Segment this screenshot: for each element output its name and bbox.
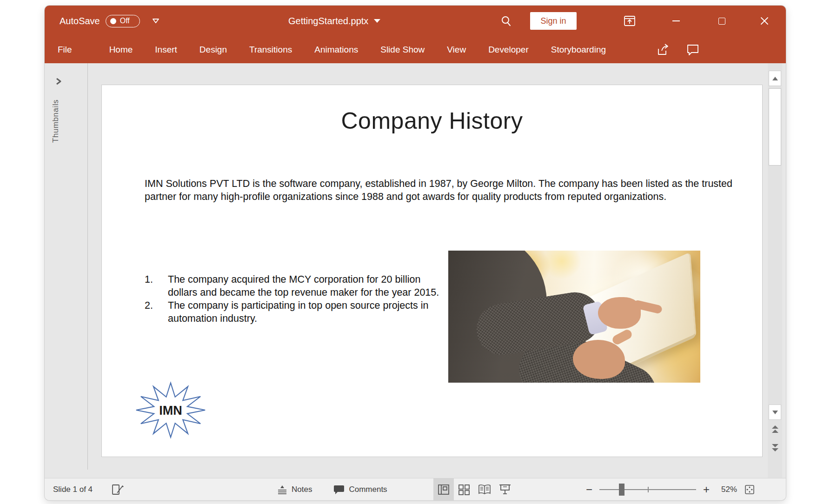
- scroll-up-button[interactable]: [769, 71, 781, 86]
- slideshow-view-button[interactable]: [495, 478, 515, 500]
- fit-slide-to-window-button[interactable]: [744, 484, 755, 495]
- zoom-slider[interactable]: [599, 484, 696, 496]
- title-dropdown-icon: [374, 19, 380, 23]
- accessibility-check-icon[interactable]: [111, 484, 125, 496]
- scrollbar-thumb[interactable]: [769, 88, 781, 166]
- comments-label: Comments: [349, 485, 387, 494]
- autosave-toggle[interactable]: Off: [106, 15, 140, 27]
- slide-photo-tablet-hands[interactable]: [448, 251, 700, 383]
- tab-design[interactable]: Design: [188, 36, 238, 63]
- slide-title[interactable]: Company History: [102, 107, 762, 134]
- view-buttons: [433, 478, 515, 500]
- autosave-group: AutoSave Off: [60, 6, 159, 36]
- tab-view[interactable]: View: [436, 36, 477, 63]
- thumbnails-divider[interactable]: [87, 63, 88, 470]
- slide-body-text[interactable]: IMN Solutions PVT LTD is the software co…: [145, 177, 745, 203]
- slide-canvas[interactable]: Company History IMN Solutions PVT LTD is…: [101, 85, 763, 457]
- vertical-scrollbar[interactable]: [768, 63, 782, 478]
- slide-indicator[interactable]: Slide 1 of 4: [53, 485, 93, 494]
- list-item-text: The company is participating in top open…: [168, 299, 443, 325]
- document-title: GettingStarted.pptx: [288, 16, 368, 27]
- list-item: 1. The company acquired the MCY corporat…: [145, 273, 452, 299]
- screenshot-canvas: AutoSave Off GettingStarted.pptx Sign in: [0, 0, 837, 504]
- expand-thumbnails-chevron-icon[interactable]: [55, 77, 62, 86]
- list-item: 2. The company is participating in top o…: [145, 299, 452, 325]
- photo-holding-hand-shape: [573, 340, 625, 379]
- close-button[interactable]: [755, 6, 774, 36]
- list-item-number: 1.: [145, 273, 168, 299]
- tab-home[interactable]: Home: [98, 36, 144, 63]
- scroll-down-button[interactable]: [769, 405, 781, 420]
- zoom-slider-handle[interactable]: [619, 484, 624, 496]
- status-bar: Slide 1 of 4 Notes Comments: [45, 478, 786, 500]
- list-item-number: 2.: [145, 299, 168, 325]
- maximize-button[interactable]: [712, 6, 731, 36]
- starburst-shape[interactable]: IMN: [134, 381, 207, 439]
- autosave-label: AutoSave: [60, 16, 100, 27]
- search-icon[interactable]: [497, 6, 515, 36]
- sign-in-button[interactable]: Sign in: [530, 12, 577, 30]
- normal-view-button[interactable]: [433, 478, 454, 500]
- zoom-controls: − + 52%: [586, 478, 755, 500]
- tab-slide-show[interactable]: Slide Show: [369, 36, 436, 63]
- quick-access-chevron-icon[interactable]: [152, 18, 159, 24]
- title-bar: AutoSave Off GettingStarted.pptx Sign in: [45, 6, 786, 36]
- powerpoint-window: AutoSave Off GettingStarted.pptx Sign in: [45, 6, 786, 500]
- comments-button[interactable]: Comments: [333, 484, 387, 495]
- previous-slide-button[interactable]: [770, 424, 780, 436]
- list-item-text: The company acquired the MCY corporation…: [168, 273, 443, 299]
- slide-sorter-button[interactable]: [454, 478, 474, 500]
- notes-label: Notes: [292, 485, 312, 494]
- tab-storyboarding[interactable]: Storyboarding: [540, 36, 617, 63]
- zoom-in-button[interactable]: +: [703, 484, 710, 495]
- tab-file[interactable]: File: [45, 36, 86, 63]
- tab-insert[interactable]: Insert: [144, 36, 188, 63]
- slide-numbered-list[interactable]: 1. The company acquired the MCY corporat…: [145, 273, 452, 325]
- ribbon-right-icons: [657, 36, 699, 63]
- autosave-toggle-dot-icon: [110, 18, 116, 24]
- zoom-slider-center-tick: [648, 487, 649, 492]
- reading-view-button[interactable]: [474, 478, 495, 500]
- ribbon-display-options-icon[interactable]: [620, 6, 639, 36]
- next-slide-button[interactable]: [770, 441, 780, 453]
- tab-developer[interactable]: Developer: [477, 36, 540, 63]
- minimize-button[interactable]: [667, 6, 685, 36]
- zoom-level[interactable]: 52%: [717, 485, 737, 494]
- starburst-label: IMN: [134, 381, 207, 439]
- document-title-group[interactable]: GettingStarted.pptx: [288, 6, 380, 36]
- thumbnails-panel-label: Thumbnails: [51, 99, 60, 143]
- autosave-state: Off: [120, 17, 130, 25]
- notes-button[interactable]: Notes: [277, 484, 312, 495]
- share-icon[interactable]: [657, 43, 671, 56]
- thumbnails-panel[interactable]: Thumbnails: [45, 63, 87, 478]
- zoom-out-button[interactable]: −: [586, 484, 592, 495]
- tab-transitions[interactable]: Transitions: [238, 36, 303, 63]
- tab-animations[interactable]: Animations: [303, 36, 369, 63]
- comments-icon[interactable]: [686, 44, 699, 56]
- editor-area: Thumbnails Company History IMN Solutions…: [45, 63, 786, 478]
